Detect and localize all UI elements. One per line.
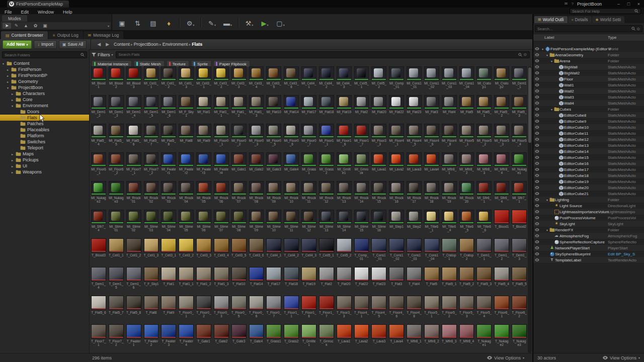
asset-T_Dem1_1[interactable]: T_Dem1_1 <box>476 238 492 264</box>
visibility-eye-icon[interactable] <box>533 168 541 171</box>
asset-MI_Mflr8_4[interactable]: MI_Mflr8_4 <box>494 152 509 178</box>
asset-MI_Slime10[interactable]: MI_Slime10 <box>266 210 281 235</box>
asset-MI_Flat5_1[interactable]: MI_Flat5_1 <box>476 95 492 121</box>
folder-tree-item-teleport[interactable]: Teleport <box>0 145 89 151</box>
asset-MI_Floor4_5[interactable]: MI_Floor4_5 <box>407 124 422 149</box>
asset-MI_Ceil1_2[interactable]: MI_Ceil1_2 <box>161 66 176 92</box>
asset-T_Floor7_2[interactable]: T_Floor7_2 <box>109 324 124 350</box>
asset-T_Nukage3[interactable]: T_Nukage3 <box>512 324 527 350</box>
expand-arrow-icon[interactable]: ▾ <box>6 86 10 89</box>
mode-icon-0[interactable]: ➤ <box>3 23 11 29</box>
outliner-row-editorcube16[interactable]: EditorCube16StaticMeshActo <box>533 160 644 166</box>
asset-T_Mflr8_2[interactable]: T_Mflr8_2 <box>424 324 439 350</box>
visibility-eye-icon[interactable] <box>533 102 541 105</box>
asset-T_Ceil3_3[interactable]: T_Ceil3_3 <box>196 238 211 264</box>
asset-MI_Floor5_4[interactable]: MI_Floor5_4 <box>512 124 527 149</box>
asset-MI_Nukage1[interactable]: MI_Nukage1 <box>512 152 527 178</box>
asset-MI_Floor1_6[interactable]: MI_Floor1_6 <box>337 124 352 149</box>
asset-MI_Tlite6_5[interactable]: MI_Tlite6_5 <box>459 210 474 235</box>
visibility-eye-icon[interactable] <box>533 53 541 56</box>
asset-MI_Rrock06[interactable]: MI_Rrock06 <box>214 181 229 207</box>
asset-T_Floor5_3[interactable]: T_Floor5_3 <box>459 296 474 321</box>
asset-MI_Slime09[interactable]: MI_Slime09 <box>249 210 264 235</box>
asset-T_Ceil3_4[interactable]: T_Ceil3_4 <box>214 238 229 264</box>
expand-arrow-icon[interactable]: ▾ <box>550 59 553 63</box>
outliner-row-postprocessvolume[interactable]: PostProcessVolumePostProcessVol <box>533 215 644 221</box>
outliner-row-editorcube19[interactable]: EditorCube19StaticMeshActo <box>533 178 644 185</box>
asset-T_Ceil3_1[interactable]: T_Ceil3_1 <box>161 238 176 264</box>
asset-MI_Fwater4[interactable]: MI_Fwater4 <box>214 152 229 178</box>
asset-T_Blood1[interactable]: T_Blood1 <box>494 210 509 235</box>
visibility-eye-icon[interactable] <box>533 186 541 189</box>
expand-arrow-icon[interactable]: ▾ <box>11 104 14 108</box>
visibility-eye-icon[interactable] <box>533 144 541 147</box>
visibility-eye-icon[interactable] <box>533 108 541 111</box>
toolbar-play-button[interactable]: ▶▾ <box>258 16 272 29</box>
asset-MI_Rrock05[interactable]: MI_Rrock05 <box>196 181 211 207</box>
asset-T_Flat14[interactable]: T_Flat14 <box>249 267 264 293</box>
asset-MI_Lava1[interactable]: MI_Lava1 <box>371 152 386 178</box>
menu-edit[interactable]: Edit <box>17 10 34 15</box>
save-all-button[interactable]: ▣ Save All <box>59 40 87 49</box>
asset-T_Dem1_3[interactable]: T_Dem1_3 <box>512 238 527 264</box>
asset-T_Flat5_3[interactable]: T_Flat5_3 <box>476 267 492 293</box>
asset-MI_Nukage3[interactable]: MI_Nukage3 <box>109 181 124 207</box>
toolbar-source-control-button[interactable]: ⇅ <box>130 16 145 29</box>
asset-T_Ceil4_3[interactable]: T_Ceil4_3 <box>301 238 316 264</box>
asset-T_Flat1_2[interactable]: T_Flat1_2 <box>196 267 211 293</box>
type-link[interactable]: Edit BP_Sky_S <box>608 252 644 256</box>
folder-tree-item-content[interactable]: ▾Content <box>0 60 89 66</box>
visibility-eye-icon[interactable] <box>533 198 541 201</box>
asset-T_Flat5_7[interactable]: T_Flat5_7 <box>109 296 124 321</box>
asset-T_Dem1_6[interactable]: T_Dem1_6 <box>126 267 141 293</box>
asset-MI_Rrock15[interactable]: MI_Rrock15 <box>371 181 386 207</box>
outliner-row-editorcube15[interactable]: EditorCube15StaticMeshActo <box>533 154 644 160</box>
visibility-eye-icon[interactable] <box>533 150 541 153</box>
asset-MI_Comp_01[interactable]: MI_Comp_01 <box>389 66 404 92</box>
asset-T_Flat20[interactable]: T_Flat20 <box>337 267 352 293</box>
outliner-row-wall1[interactable]: Wall1StaticMeshActo <box>533 82 644 88</box>
visibility-eye-icon[interactable] <box>533 234 541 237</box>
visibility-eye-icon[interactable] <box>533 162 541 165</box>
tab-world-setti[interactable]: ◉World Setti <box>592 16 625 23</box>
asset-MI_Fwater3[interactable]: MI_Fwater3 <box>196 152 211 178</box>
tab-modes[interactable]: Modes <box>2 15 27 22</box>
asset-MI_Rrock12[interactable]: MI_Rrock12 <box>319 181 334 207</box>
asset-MI_Lava3[interactable]: MI_Lava3 <box>407 152 422 178</box>
menu-help[interactable]: Help <box>58 10 77 15</box>
visibility-eye-icon[interactable] <box>533 216 541 219</box>
asset-T_Blood3[interactable]: T_Blood3 <box>91 238 106 264</box>
asset-MI_Mflr8_2[interactable]: MI_Mflr8_2 <box>459 152 474 178</box>
asset-T_Dem1_2[interactable]: T_Dem1_2 <box>494 238 509 264</box>
asset-T_Lava1[interactable]: T_Lava1 <box>337 324 352 350</box>
asset-MI_Cratop1[interactable]: MI_Cratop1 <box>476 66 492 92</box>
search-assets-input[interactable]: Search Flats ⊙ <box>116 51 530 58</box>
toolbar-build-button[interactable]: ⚒▾ <box>242 16 257 29</box>
asset-MI_Rrock09[interactable]: MI_Rrock09 <box>266 181 281 207</box>
outliner-row-editorcube20[interactable]: EditorCube20StaticMeshActo <box>533 185 644 191</box>
menu-window[interactable]: Window <box>33 10 58 15</box>
asset-T_Flat22[interactable]: T_Flat22 <box>354 267 369 293</box>
asset-MI_Sflr6_4[interactable]: MI_Sflr6_4 <box>494 181 509 207</box>
asset-MI_Rrock04[interactable]: MI_Rrock04 <box>179 181 194 207</box>
asset-MI_Flat8[interactable]: MI_Flat8 <box>179 124 194 149</box>
toolbar-content-button[interactable]: ▤ <box>146 16 160 29</box>
asset-T_Comp_01[interactable]: T_Comp_01 <box>354 238 369 264</box>
asset-MI_Cons1_01[interactable]: MI_Cons1_01 <box>407 66 422 92</box>
asset-T_Flat18[interactable]: T_Flat18 <box>284 267 299 293</box>
import-button[interactable]: ↓ Import <box>34 40 57 49</box>
outliner-row-editorcube21[interactable]: EditorCube21StaticMeshActo <box>533 191 644 197</box>
visibility-eye-icon[interactable] <box>533 120 541 123</box>
asset-T_Flat8[interactable]: T_Flat8 <box>144 296 159 321</box>
asset-T_Flat5_4[interactable]: T_Flat5_4 <box>494 267 509 293</box>
folder-tree-item-environment[interactable]: ▾Environment <box>0 103 89 109</box>
asset-MI_Slime13[interactable]: MI_Slime13 <box>319 210 334 235</box>
asset-MI_Flat5_7[interactable]: MI_Flat5_7 <box>144 124 159 149</box>
asset-MI_Ceil3_5[interactable]: MI_Ceil3_5 <box>266 66 281 92</box>
asset-MI_Floor0_3[interactable]: MI_Floor0_3 <box>249 124 264 149</box>
asset-T_Ceil4_2[interactable]: T_Ceil4_2 <box>284 238 299 264</box>
asset-T_Floor7_1[interactable]: T_Floor7_1 <box>91 324 106 350</box>
asset-MI_Grnrock[interactable]: MI_Grnrock <box>354 152 369 178</box>
outliner-row-arenageometry[interactable]: ▾ArenaGeometryFolder <box>533 52 644 58</box>
outliner-row-lighting[interactable]: ▾LightingFolder <box>533 197 644 203</box>
